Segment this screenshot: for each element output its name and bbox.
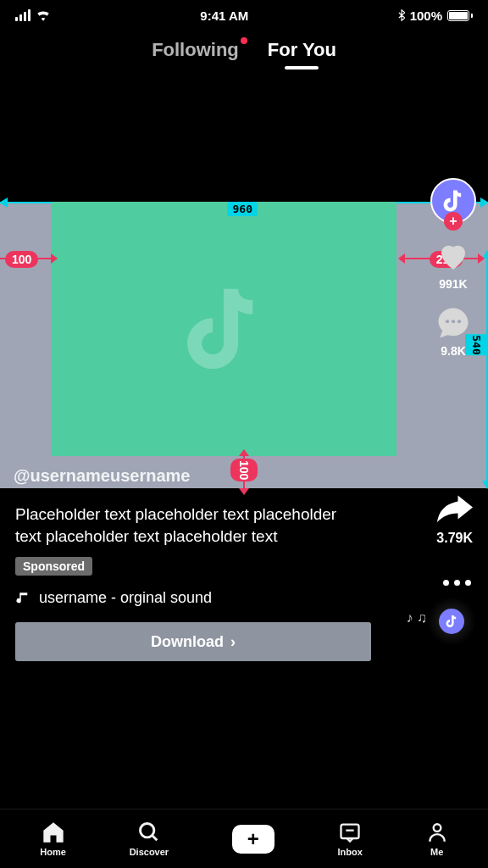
battery-icon (447, 10, 473, 21)
svg-rect-4 (341, 825, 359, 838)
status-bar: 9:41 AM 100% (0, 0, 488, 31)
engagement-rail: + 991K 9.8K (430, 178, 476, 358)
svg-point-3 (140, 824, 153, 837)
creator-avatar[interactable]: + (430, 178, 476, 224)
svg-point-1 (452, 320, 455, 323)
tiktok-watermark-icon (177, 278, 270, 380)
share-button[interactable]: 3.79K (436, 495, 473, 546)
plus-icon: + (247, 827, 259, 851)
disc-logo-icon (445, 614, 458, 629)
like-button[interactable]: 991K (435, 237, 472, 291)
sound-row[interactable]: username - orginal sound (15, 589, 473, 607)
margin-left-label: 100 (5, 251, 38, 268)
search-icon (137, 821, 161, 844)
heart-icon (435, 238, 471, 274)
wifi-icon (36, 9, 51, 21)
sound-name: username - orginal sound (39, 589, 212, 607)
comment-button[interactable]: 9.8K (435, 304, 472, 358)
tab-for-you[interactable]: For You (268, 39, 336, 61)
follow-plus-icon[interactable]: + (444, 212, 463, 231)
home-icon (41, 821, 66, 844)
battery-percent: 100% (410, 8, 442, 23)
feed-tabs: Following For You (0, 31, 488, 75)
inbox-icon (338, 821, 362, 844)
status-time: 9:41 AM (200, 8, 248, 23)
video-preview[interactable]: 960 540 100 210 100 + 991K 9.8K @usernam… (0, 202, 488, 488)
notification-dot (241, 37, 247, 44)
margin-bottom-label: 100 (230, 459, 258, 481)
comment-icon (435, 305, 471, 341)
nav-discover[interactable]: Discover (130, 821, 169, 857)
share-icon (437, 495, 473, 526)
sponsored-badge: Sponsored (15, 557, 92, 576)
svg-point-2 (458, 320, 461, 323)
svg-point-5 (433, 824, 441, 832)
music-notes-icon: ♪ ♫ (407, 610, 427, 626)
signal-icon (15, 9, 30, 21)
download-button[interactable]: Download› (15, 622, 371, 661)
caption: Placeholder text placeholder text placeh… (15, 504, 337, 547)
like-count: 991K (439, 277, 467, 291)
comment-count: 9.8K (441, 344, 466, 358)
bluetooth-icon (398, 9, 405, 21)
nav-me[interactable]: Me (426, 821, 448, 857)
svg-point-0 (446, 320, 449, 323)
bottom-nav: Home Discover + Inbox Me (0, 809, 488, 868)
nav-home[interactable]: Home (40, 821, 66, 857)
nav-inbox[interactable]: Inbox (338, 821, 363, 857)
sound-disc[interactable] (427, 597, 476, 646)
safe-zone (51, 202, 396, 456)
username[interactable]: @usernameusername (14, 466, 191, 486)
dimension-width-label: 960 (227, 202, 257, 216)
profile-icon (426, 821, 448, 844)
music-note-icon (15, 591, 30, 606)
nav-create[interactable]: + (232, 825, 274, 854)
more-button[interactable] (443, 580, 471, 586)
post-content: Placeholder text placeholder text placeh… (0, 488, 488, 661)
chevron-right-icon: › (230, 633, 236, 651)
tiktok-logo-icon (441, 187, 465, 214)
tab-following[interactable]: Following (152, 39, 239, 61)
share-count: 3.79K (436, 531, 473, 546)
